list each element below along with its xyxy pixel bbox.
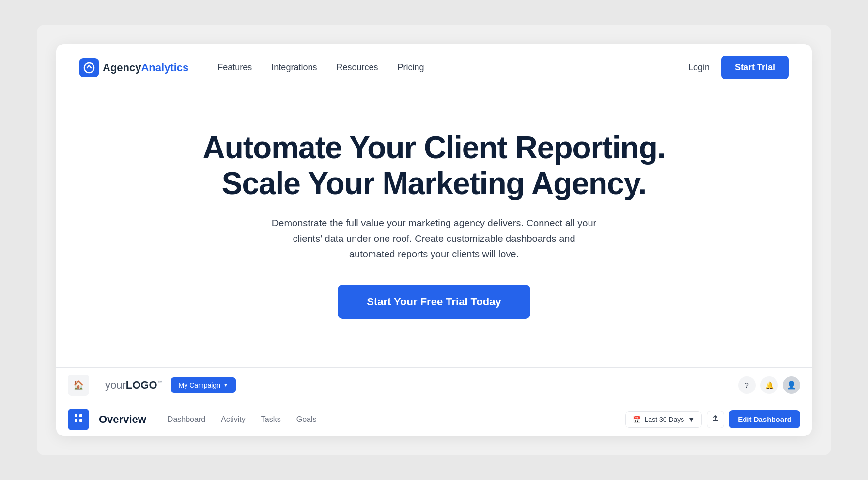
nav-features[interactable]: Features [217,62,252,73]
vertical-divider [97,377,97,393]
notifications-button[interactable]: 🔔 [760,376,778,394]
tab-goals[interactable]: Goals [291,411,323,428]
avatar-icon: 👤 [787,380,796,390]
grid-icon [74,414,83,425]
login-link[interactable]: Login [688,62,710,73]
navbar: AgencyAnalytics Features Integrations Re… [56,44,812,91]
share-icon [712,415,719,423]
svg-rect-4 [79,419,82,422]
svg-rect-2 [79,414,82,417]
chevron-down-icon: ▼ [688,416,695,423]
nav-resources[interactable]: Resources [336,62,378,73]
campaign-dropdown[interactable]: My Campaign ▼ [171,377,236,393]
tab-tasks[interactable]: Tasks [255,411,287,428]
hero-title: Automate Your Client Reporting. Scale Yo… [79,130,789,201]
home-icon: 🏠 [73,380,84,390]
bell-icon: 🔔 [765,381,774,389]
dashboard-nav-right: 📅 Last 30 Days ▼ Edit Dashboard [625,410,800,428]
logo-icon [79,58,99,77]
logo[interactable]: AgencyAnalytics [79,58,188,77]
tab-activity[interactable]: Activity [215,411,251,428]
nav-integrations[interactable]: Integrations [271,62,317,73]
home-button[interactable]: 🏠 [68,375,89,396]
your-logo-text: yourLOGO™ [105,379,163,391]
hero-subtitle: Demonstrate the full value your marketin… [269,215,599,262]
svg-rect-3 [75,419,78,422]
outer-wrapper: AgencyAnalytics Features Integrations Re… [37,25,831,455]
dashboard-top-actions: ? 🔔 👤 [738,376,800,394]
hero-section: Automate Your Client Reporting. Scale Yo… [56,91,812,367]
tab-dashboard[interactable]: Dashboard [162,411,211,428]
chevron-down-icon: ▼ [223,382,228,388]
nav-actions: Login Start Trial [688,56,789,79]
dashboard-tabs: Dashboard Activity Tasks Goals [162,411,323,428]
edit-dashboard-button[interactable]: Edit Dashboard [729,410,800,428]
hero-cta-button[interactable]: Start Your Free Trial Today [338,285,530,319]
dashboard-top-bar: 🏠 yourLOGO™ My Campaign ▼ ? 🔔 [56,368,812,403]
logo-text: AgencyAnalytics [103,61,188,74]
calendar-icon: 📅 [633,416,641,423]
nav-links: Features Integrations Resources Pricing [217,62,688,73]
help-button[interactable]: ? [738,376,756,394]
date-range-button[interactable]: 📅 Last 30 Days ▼ [625,411,702,428]
nav-pricing[interactable]: Pricing [397,62,424,73]
start-trial-button[interactable]: Start Trial [721,56,789,79]
help-icon: ? [745,381,749,389]
dashboard-preview: 🏠 yourLOGO™ My Campaign ▼ ? 🔔 [56,367,812,436]
dashboard-nav-bar: Overview Dashboard Activity Tasks Goals … [56,403,812,436]
grid-menu-button[interactable] [68,409,89,430]
svg-rect-1 [75,414,78,417]
avatar[interactable]: 👤 [783,376,800,394]
main-card: AgencyAnalytics Features Integrations Re… [56,44,812,435]
share-button[interactable] [707,411,724,428]
overview-label: Overview [99,413,146,426]
svg-point-0 [84,63,94,73]
